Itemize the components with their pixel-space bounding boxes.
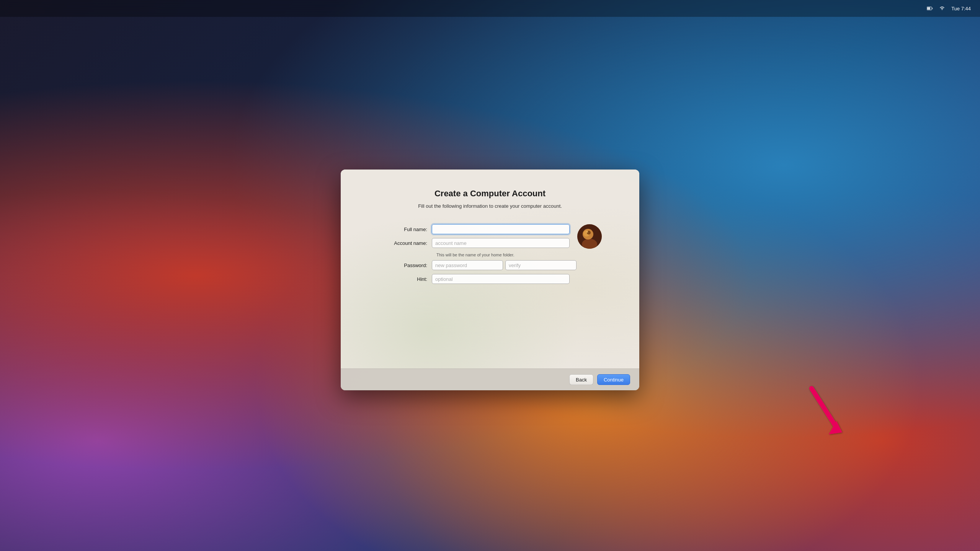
form-fields: Full name: Account name: This will be th… — [378, 224, 570, 288]
svg-point-3 — [942, 9, 942, 10]
fullname-input[interactable] — [432, 224, 570, 234]
create-account-dialog: Create a Computer Account Fill out the f… — [341, 170, 639, 390]
password-row: Password: — [378, 260, 570, 270]
avatar-area — [577, 224, 602, 249]
accountname-label: Account name: — [378, 240, 432, 246]
continue-button[interactable]: Continue — [597, 374, 630, 385]
dialog-title: Create a Computer Account — [364, 189, 616, 199]
dialog-footer: Back Continue — [341, 368, 639, 390]
form-area: Full name: Account name: This will be th… — [364, 224, 616, 288]
hint-row: Hint: — [378, 274, 570, 284]
hint-label: Hint: — [378, 276, 432, 282]
wifi-icon — [939, 6, 945, 11]
accountname-input[interactable] — [432, 238, 570, 248]
avatar[interactable] — [577, 224, 602, 249]
dialog-subtitle: Fill out the following information to cr… — [364, 203, 616, 209]
menubar-time: Tue 7:44 — [951, 6, 971, 11]
password-inputs — [432, 260, 577, 270]
svg-rect-2 — [927, 7, 930, 10]
accountname-hint: This will be the name of your home folde… — [378, 253, 570, 257]
password-label: Password: — [378, 262, 432, 268]
svg-point-9 — [586, 231, 588, 233]
battery-icon — [927, 6, 933, 11]
dialog-container: Create a Computer Account Fill out the f… — [341, 170, 639, 390]
svg-rect-1 — [932, 8, 933, 9]
accountname-row: Account name: — [378, 238, 570, 248]
fullname-label: Full name: — [378, 227, 432, 232]
verify-input[interactable] — [505, 260, 577, 270]
password-input[interactable] — [432, 260, 503, 270]
back-button[interactable]: Back — [569, 374, 593, 385]
fullname-row: Full name: — [378, 224, 570, 234]
hint-input[interactable] — [432, 274, 570, 284]
dialog-body: Create a Computer Account Fill out the f… — [341, 170, 639, 368]
menubar: Tue 7:44 — [0, 0, 980, 17]
